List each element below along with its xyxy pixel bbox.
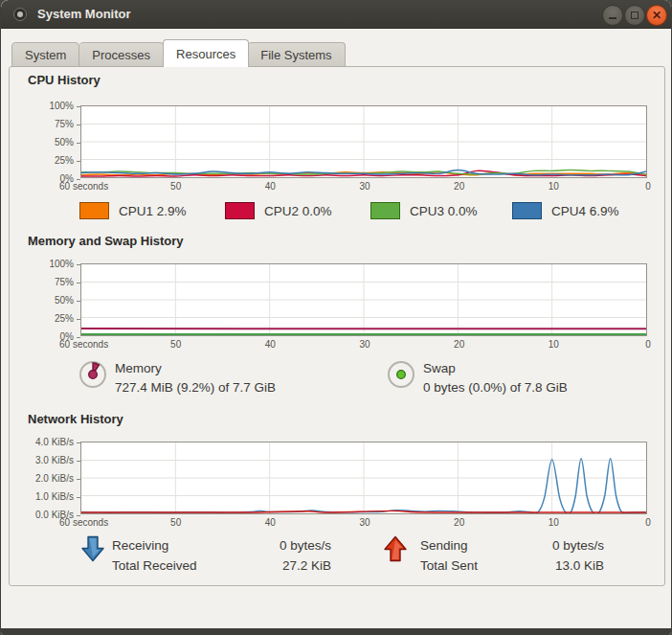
tab-processes[interactable]: Processes (79, 42, 164, 67)
x-axis-tick-label: 50 (147, 517, 205, 529)
x-axis-tick-label: 50 (147, 181, 205, 193)
x-axis-tick-label: 20 (431, 339, 488, 351)
cpu2-legend-item: CPU2 0.0% (225, 200, 332, 221)
cpu3-legend-label: CPU3 0.0% (410, 204, 478, 218)
y-axis-tick-label: 1.0 KiB/s (28, 491, 74, 503)
x-axis-tick-label: 0 (619, 517, 672, 529)
cpu-history-title: CPU History (28, 73, 101, 87)
cpu1-legend-label: CPU1 2.9% (119, 204, 187, 218)
tab-bar: System Processes Resources File Systems (11, 39, 346, 67)
receiving-arrow-icon (80, 533, 105, 564)
y-axis-tick-label: 100% (28, 101, 74, 112)
x-axis-tick-label: 10 (525, 181, 582, 193)
memory-value: 727.4 MiB (9.2%) of 7.7 GiB (115, 380, 276, 395)
resources-panel: CPU History 100%75%50%25%0%60 seconds504… (1, 0, 672, 635)
y-axis-tick-label: 2.0 KiB/s (28, 473, 74, 485)
cpu4-color-swatch (512, 202, 542, 219)
total-received-value: 27.2 KiB (207, 558, 331, 573)
y-axis-tick-label: 25% (28, 155, 74, 167)
memory-pie-icon (78, 359, 108, 390)
cpu1-legend-item: CPU1 2.9% (79, 200, 187, 221)
x-axis-tick-label: 40 (241, 517, 299, 529)
x-axis-tick-label: 10 (525, 517, 582, 529)
cpu4-legend-item: CPU4 6.9% (512, 200, 619, 221)
y-axis-tick-label: 100% (28, 259, 74, 270)
system-monitor-window: System Monitor ✕ System Processes Resour… (0, 0, 672, 635)
total-received-label: Total Received (112, 558, 197, 573)
y-axis-tick-label: 4.0 KiB/s (28, 437, 74, 448)
cpu2-legend-label: CPU2 0.0% (264, 204, 332, 218)
cpu3-color-swatch (370, 202, 400, 219)
total-sent-label: Total Sent (420, 558, 478, 573)
tab-file-systems[interactable]: File Systems (248, 42, 345, 67)
memory-swap-plot (81, 264, 646, 335)
x-axis-tick-label: 40 (241, 339, 299, 351)
y-axis-tick-label: 75% (28, 277, 74, 288)
swap-pie-icon (386, 359, 416, 390)
x-axis-tick-label: 30 (336, 517, 393, 529)
x-axis-tick-label: 40 (241, 181, 299, 193)
y-axis-tick-label: 75% (28, 119, 74, 130)
memory-swap-chart: 100%75%50%25%0%60 seconds50403020100 (80, 263, 647, 336)
sending-arrow-icon (383, 533, 408, 564)
x-axis-tick-label: 50 (147, 339, 205, 351)
y-axis-tick-label: 50% (28, 295, 74, 306)
x-axis-tick-label: 30 (336, 339, 393, 351)
sending-label: Sending (420, 538, 468, 553)
x-axis-tick-label: 30 (336, 181, 393, 193)
receiving-rate: 0 bytes/s (207, 538, 331, 553)
cpu-history-plot (81, 106, 646, 177)
total-sent-value: 13.0 KiB (480, 558, 604, 573)
cpu2-color-swatch (225, 202, 255, 219)
y-axis-tick-label: 25% (28, 313, 74, 325)
tab-system[interactable]: System (11, 42, 79, 67)
y-axis-tick-label: 50% (28, 137, 74, 148)
cpu4-legend-label: CPU4 6.9% (551, 204, 619, 218)
receiving-label: Receiving (112, 538, 168, 553)
x-axis-tick-label: 20 (431, 181, 488, 193)
x-axis-tick-label: 10 (525, 339, 582, 351)
cpu1-color-swatch (79, 202, 109, 219)
network-history-title: Network History (28, 412, 123, 426)
x-axis-tick-label: 60 seconds (59, 181, 146, 193)
x-axis-tick-label: 0 (619, 339, 672, 351)
memory-swap-title: Memory and Swap History (28, 234, 184, 248)
x-axis-tick-label: 60 seconds (59, 517, 146, 529)
x-axis-tick-label: 20 (431, 517, 488, 529)
network-history-plot (81, 442, 646, 513)
network-history-chart: 4.0 KiB/s3.0 KiB/s2.0 KiB/s1.0 KiB/s0.0 … (80, 442, 647, 514)
swap-label: Swap (423, 361, 456, 375)
x-axis-tick-label: 60 seconds (59, 339, 146, 351)
y-axis-tick-label: 3.0 KiB/s (28, 455, 74, 466)
tab-resources[interactable]: Resources (163, 39, 249, 67)
memory-label: Memory (115, 361, 162, 375)
swap-value: 0 bytes (0.0%) of 7.8 GiB (423, 380, 568, 395)
cpu3-legend-item: CPU3 0.0% (370, 200, 478, 221)
cpu-history-chart: 100%75%50%25%0%60 seconds50403020100 (80, 105, 647, 178)
x-axis-tick-label: 0 (619, 181, 672, 193)
sending-rate: 0 bytes/s (480, 538, 604, 553)
